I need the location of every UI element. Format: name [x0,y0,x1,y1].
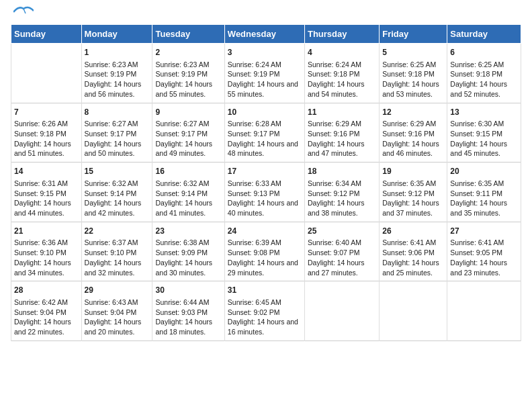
daylight-text: Daylight: 14 hours and 34 minutes. [14,258,79,277]
day-number: 26 [382,226,444,237]
day-number: 8 [85,107,150,118]
day-header-wednesday: Wednesday [224,25,304,44]
sunset-text: Sunset: 9:18 PM [308,69,376,79]
calendar-cell: 30Sunrise: 6:44 AMSunset: 9:03 PMDayligh… [152,281,224,341]
day-number: 11 [308,107,376,118]
sunset-text: Sunset: 9:07 PM [308,248,376,258]
daylight-text: Daylight: 14 hours and 25 minutes. [382,258,444,277]
calendar-cell: 21Sunrise: 6:36 AMSunset: 9:10 PMDayligh… [11,222,82,281]
calendar-cell: 9Sunrise: 6:27 AMSunset: 9:17 PMDaylight… [152,103,224,163]
cell-content: Sunrise: 6:34 AMSunset: 9:12 PMDaylight:… [308,179,376,218]
sunset-text: Sunset: 9:17 PM [85,129,150,139]
day-number: 17 [228,166,302,177]
calendar-cell: 2Sunrise: 6:23 AMSunset: 9:19 PMDaylight… [152,44,224,103]
cell-content: Sunrise: 6:35 AMSunset: 9:11 PMDaylight:… [450,179,518,218]
sunset-text: Sunset: 9:02 PM [228,308,302,318]
daylight-text: Daylight: 14 hours and 53 minutes. [382,79,444,99]
cell-content: Sunrise: 6:31 AMSunset: 9:15 PMDaylight:… [14,179,79,218]
sunset-text: Sunset: 9:16 PM [308,129,376,139]
cell-content: Sunrise: 6:37 AMSunset: 9:10 PMDaylight:… [85,238,150,277]
day-number: 10 [228,107,302,118]
sunset-text: Sunset: 9:13 PM [228,189,302,199]
day-number: 19 [382,166,444,177]
week-row-1: 1Sunrise: 6:23 AMSunset: 9:19 PMDaylight… [11,44,521,103]
daylight-text: Daylight: 14 hours and 16 minutes. [228,317,302,336]
cell-content: Sunrise: 6:39 AMSunset: 9:08 PMDaylight:… [228,238,302,277]
week-row-4: 21Sunrise: 6:36 AMSunset: 9:10 PMDayligh… [11,222,521,281]
cell-content: Sunrise: 6:29 AMSunset: 9:16 PMDaylight:… [382,119,444,158]
sunrise-text: Sunrise: 6:41 AM [382,238,444,248]
calendar-cell [11,44,82,103]
calendar-cell: 29Sunrise: 6:43 AMSunset: 9:04 PMDayligh… [81,281,152,341]
daylight-text: Daylight: 14 hours and 38 minutes. [308,198,376,218]
day-number: 15 [85,166,150,177]
cell-content: Sunrise: 6:33 AMSunset: 9:13 PMDaylight:… [228,179,302,218]
sunset-text: Sunset: 9:14 PM [155,189,221,199]
header-row: SundayMondayTuesdayWednesdayThursdayFrid… [11,25,521,44]
daylight-text: Daylight: 14 hours and 51 minutes. [14,139,79,158]
daylight-text: Daylight: 14 hours and 48 minutes. [228,139,302,158]
calendar-cell: 7Sunrise: 6:26 AMSunset: 9:18 PMDaylight… [11,103,82,163]
cell-content: Sunrise: 6:45 AMSunset: 9:02 PMDaylight:… [228,298,302,337]
sunrise-text: Sunrise: 6:32 AM [85,179,150,189]
sunset-text: Sunset: 9:10 PM [14,248,79,258]
calendar-cell: 27Sunrise: 6:41 AMSunset: 9:05 PMDayligh… [447,222,521,281]
sunset-text: Sunset: 9:08 PM [228,248,302,258]
calendar-cell: 16Sunrise: 6:32 AMSunset: 9:14 PMDayligh… [152,163,224,222]
calendar-cell: 17Sunrise: 6:33 AMSunset: 9:13 PMDayligh… [224,163,304,222]
sunset-text: Sunset: 9:12 PM [308,189,376,199]
cell-content: Sunrise: 6:23 AMSunset: 9:19 PMDaylight:… [85,60,150,99]
calendar-cell: 4Sunrise: 6:24 AMSunset: 9:18 PMDaylight… [304,44,379,103]
cell-content: Sunrise: 6:29 AMSunset: 9:16 PMDaylight:… [308,119,376,158]
daylight-text: Daylight: 14 hours and 47 minutes. [308,139,376,158]
sunrise-text: Sunrise: 6:24 AM [228,60,302,70]
calendar-cell: 3Sunrise: 6:24 AMSunset: 9:19 PMDaylight… [224,44,304,103]
day-header-thursday: Thursday [304,25,379,44]
logo-bird-icon [13,5,34,19]
sunset-text: Sunset: 9:15 PM [450,129,518,139]
day-number: 5 [382,47,444,58]
daylight-text: Daylight: 14 hours and 44 minutes. [14,198,79,218]
sunset-text: Sunset: 9:19 PM [228,69,302,79]
day-number: 24 [228,226,302,237]
week-row-3: 14Sunrise: 6:31 AMSunset: 9:15 PMDayligh… [11,163,521,222]
sunset-text: Sunset: 9:12 PM [382,189,444,199]
calendar-cell: 18Sunrise: 6:34 AMSunset: 9:12 PMDayligh… [304,163,379,222]
day-number: 7 [14,107,79,118]
daylight-text: Daylight: 14 hours and 30 minutes. [155,258,221,277]
sunset-text: Sunset: 9:11 PM [450,189,518,199]
daylight-text: Daylight: 14 hours and 45 minutes. [450,139,518,158]
daylight-text: Daylight: 14 hours and 22 minutes. [14,317,79,336]
cell-content: Sunrise: 6:32 AMSunset: 9:14 PMDaylight:… [85,179,150,218]
sunrise-text: Sunrise: 6:29 AM [382,119,444,129]
sunset-text: Sunset: 9:18 PM [14,129,79,139]
sunset-text: Sunset: 9:19 PM [85,69,150,79]
sunrise-text: Sunrise: 6:23 AM [155,60,221,70]
sunset-text: Sunset: 9:19 PM [155,69,221,79]
calendar-cell: 24Sunrise: 6:39 AMSunset: 9:08 PMDayligh… [224,222,304,281]
day-header-sunday: Sunday [11,25,82,44]
sunrise-text: Sunrise: 6:36 AM [14,238,79,248]
day-number: 31 [228,285,302,296]
sunset-text: Sunset: 9:10 PM [85,248,150,258]
sunrise-text: Sunrise: 6:27 AM [155,119,221,129]
day-number: 20 [450,166,518,177]
calendar-cell: 25Sunrise: 6:40 AMSunset: 9:07 PMDayligh… [304,222,379,281]
calendar-cell: 23Sunrise: 6:38 AMSunset: 9:09 PMDayligh… [152,222,224,281]
logo [11,11,34,19]
daylight-text: Daylight: 14 hours and 29 minutes. [228,258,302,277]
sunrise-text: Sunrise: 6:45 AM [228,298,302,308]
day-number: 6 [450,47,518,58]
sunrise-text: Sunrise: 6:25 AM [450,60,518,70]
calendar-cell: 6Sunrise: 6:25 AMSunset: 9:18 PMDaylight… [447,44,521,103]
sunrise-text: Sunrise: 6:33 AM [228,179,302,189]
sunset-text: Sunset: 9:15 PM [14,189,79,199]
calendar-cell: 31Sunrise: 6:45 AMSunset: 9:02 PMDayligh… [224,281,304,341]
cell-content: Sunrise: 6:23 AMSunset: 9:19 PMDaylight:… [155,60,221,99]
calendar-cell: 20Sunrise: 6:35 AMSunset: 9:11 PMDayligh… [447,163,521,222]
day-header-friday: Friday [380,25,447,44]
sunset-text: Sunset: 9:05 PM [450,248,518,258]
sunset-text: Sunset: 9:04 PM [14,308,79,318]
sunset-text: Sunset: 9:06 PM [382,248,444,258]
cell-content: Sunrise: 6:27 AMSunset: 9:17 PMDaylight:… [155,119,221,158]
